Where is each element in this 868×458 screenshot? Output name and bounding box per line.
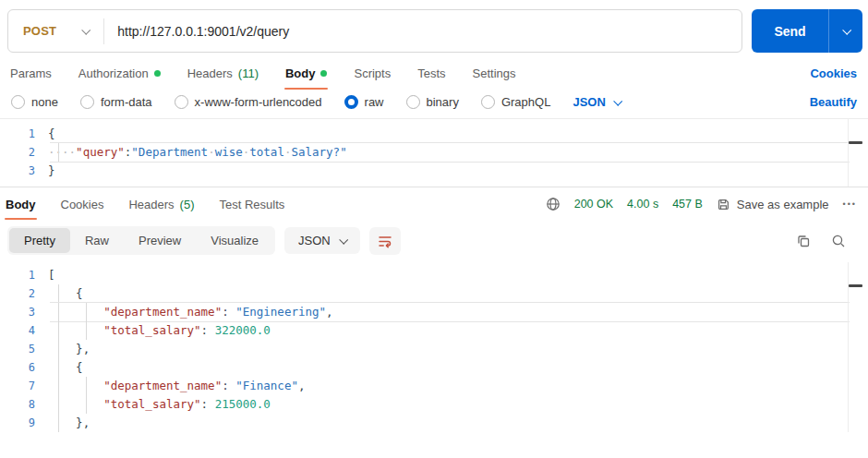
globe-icon[interactable] xyxy=(546,197,561,211)
tab-label: Settings xyxy=(473,66,516,80)
tab-body[interactable]: Body xyxy=(284,54,329,92)
radio-icon xyxy=(11,95,25,109)
response-time[interactable]: 4.00 s xyxy=(627,198,658,211)
tab-count-badge: (11) xyxy=(238,66,259,80)
request-tabs: ParamsAuthorizationHeaders(11)BodyScript… xyxy=(0,53,868,93)
body-type-radio-raw[interactable]: raw xyxy=(344,95,384,109)
code-line[interactable]: 3 "department_name": "Engineering", xyxy=(0,303,868,321)
more-actions-button[interactable]: ••• xyxy=(843,199,857,209)
body-type-radio-graphql[interactable]: GraphQL xyxy=(481,95,550,109)
tab-label: Cookies xyxy=(61,198,104,211)
green-dot-indicator xyxy=(154,70,161,77)
response-tab-cookies[interactable]: Cookies xyxy=(60,188,105,220)
tab-label: Tests xyxy=(417,66,445,80)
tab-headers[interactable]: Headers(11) xyxy=(187,54,259,92)
chevron-down-icon xyxy=(339,235,348,245)
body-type-radio-x-www-form-urlencoded[interactable]: x-www-form-urlencoded xyxy=(175,95,322,109)
code-line[interactable]: 1[ xyxy=(0,266,868,284)
scrollbar-track xyxy=(848,262,849,432)
code-line[interactable]: 3} xyxy=(0,162,868,180)
scrollbar-thumb[interactable] xyxy=(849,141,862,144)
word-wrap-button[interactable] xyxy=(369,227,401,255)
method-selector[interactable]: POST xyxy=(8,10,103,52)
code-line[interactable]: 8 "total_salary": 215000.0 xyxy=(0,395,868,414)
response-size[interactable]: 457 B xyxy=(672,198,703,211)
indent-guide xyxy=(58,340,59,358)
chevron-down-icon xyxy=(842,26,851,35)
code-line[interactable]: 2····"query":"Department·wise·total·Sala… xyxy=(0,143,868,162)
request-body-editor[interactable]: 1{2····"query":"Department·wise·total·Sa… xyxy=(0,118,868,187)
radio-label: none xyxy=(31,95,58,109)
tab-authorization[interactable]: Authorization xyxy=(78,54,162,92)
line-number: 8 xyxy=(0,395,48,414)
code-line[interactable]: 2 { xyxy=(0,284,868,303)
response-toolbar-right xyxy=(796,234,857,248)
view-segment-preview[interactable]: Preview xyxy=(124,228,196,253)
radio-icon xyxy=(344,95,358,109)
response-body-editor[interactable]: 1[2 {3 "department_name": "Engineering",… xyxy=(0,262,868,432)
tab-label: Headers xyxy=(187,66,233,80)
tab-scripts[interactable]: Scripts xyxy=(353,54,392,92)
code-text: { xyxy=(48,284,83,303)
send-options-button[interactable] xyxy=(829,28,862,34)
tab-label: Test Results xyxy=(220,198,285,211)
tab-label: Body xyxy=(285,66,316,80)
view-segment-raw[interactable]: Raw xyxy=(70,228,124,253)
save-as-example-button[interactable]: Save as example xyxy=(717,198,829,211)
response-tabs: BodyCookiesHeaders(5)Test Results 200 OK… xyxy=(0,187,868,221)
indent-guide xyxy=(58,358,59,377)
indent-guide xyxy=(58,284,59,303)
indent-guide xyxy=(58,414,59,432)
search-icon[interactable] xyxy=(831,234,846,248)
code-line[interactable]: 9 }, xyxy=(0,414,868,432)
indent-guide xyxy=(58,143,59,162)
send-button[interactable]: Send xyxy=(752,9,862,53)
response-view-switcher: PrettyRawPreviewVisualize xyxy=(7,226,275,255)
beautify-link[interactable]: Beautify xyxy=(810,95,857,109)
line-number: 7 xyxy=(0,377,48,395)
scrollbar-thumb[interactable] xyxy=(849,284,862,287)
chevron-down-icon xyxy=(81,26,90,35)
cookies-link[interactable]: Cookies xyxy=(810,66,857,80)
request-language-select[interactable]: JSON xyxy=(573,95,620,109)
code-line[interactable]: 6 { xyxy=(0,358,868,377)
tab-settings[interactable]: Settings xyxy=(472,54,517,92)
url-input[interactable]: http://127.0.0.1:9001/v2/query xyxy=(104,24,302,39)
tab-label: Headers xyxy=(128,198,174,211)
code-line[interactable]: 7 "department_name": "Finance", xyxy=(0,377,868,395)
code-line[interactable]: 4 "total_salary": 322000.0 xyxy=(0,321,868,340)
status-code[interactable]: 200 OK xyxy=(574,198,613,211)
response-tab-test-results[interactable]: Test Results xyxy=(219,188,286,220)
response-tab-body[interactable]: Body xyxy=(5,188,37,220)
radio-label: x-www-form-urlencoded xyxy=(195,95,322,109)
indent-guide xyxy=(86,377,87,395)
view-segment-pretty[interactable]: Pretty xyxy=(9,228,70,253)
code-text: }, xyxy=(48,340,90,358)
copy-icon[interactable] xyxy=(796,234,811,248)
code-text: "total_salary": 322000.0 xyxy=(48,321,271,340)
response-toolbar: PrettyRawPreviewVisualize JSON xyxy=(0,221,868,262)
send-button-label: Send xyxy=(752,24,828,39)
word-wrap-icon xyxy=(378,234,392,248)
body-type-radio-form-data[interactable]: form-data xyxy=(80,95,152,109)
view-segment-visualize[interactable]: Visualize xyxy=(196,228,273,253)
tab-label: Params xyxy=(10,66,52,80)
code-line[interactable]: 5 }, xyxy=(0,340,868,358)
tab-params[interactable]: Params xyxy=(9,54,53,92)
code-text: { xyxy=(48,358,83,377)
code-text: [ xyxy=(48,266,55,284)
line-number: 3 xyxy=(0,162,48,180)
body-type-radio-binary[interactable]: binary xyxy=(406,95,459,109)
line-number: 9 xyxy=(0,414,48,432)
code-text: "department_name": "Engineering", xyxy=(48,303,333,321)
response-tab-headers[interactable]: Headers(5) xyxy=(127,188,195,220)
tab-tests[interactable]: Tests xyxy=(416,54,446,92)
code-text: { xyxy=(48,125,55,143)
tab-label: Authorization xyxy=(78,66,149,80)
line-number: 3 xyxy=(0,303,48,321)
tab-count-badge: (5) xyxy=(180,198,195,211)
body-type-radio-none[interactable]: none xyxy=(11,95,58,109)
indent-guide xyxy=(86,321,87,340)
response-language-select[interactable]: JSON xyxy=(284,227,360,254)
code-line[interactable]: 1{ xyxy=(0,125,868,143)
